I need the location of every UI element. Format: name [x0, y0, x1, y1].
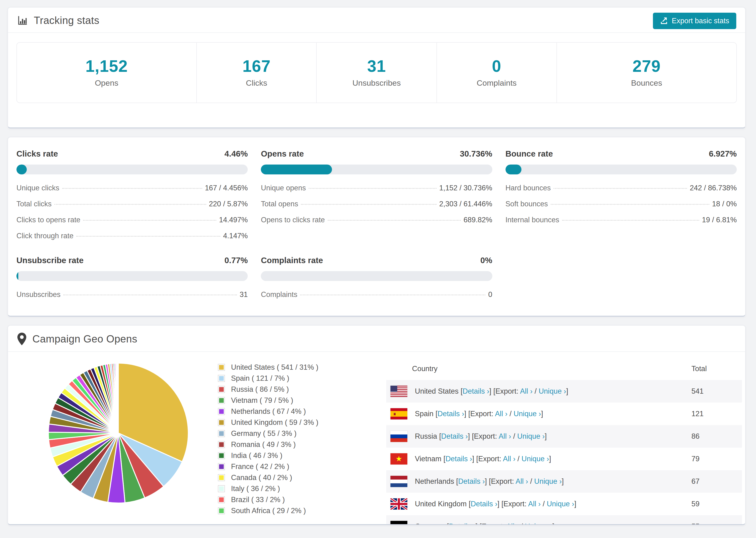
metric-label: Total opens: [261, 200, 298, 208]
geo-body: United States ( 541 / 31% )Spain ( 121 /…: [8, 352, 745, 525]
stat-cell-clicks: 167Clicks: [197, 43, 317, 103]
export-all-link[interactable]: All ›: [499, 432, 511, 440]
legend-item-south-africa: South Africa ( 29 / 2% ): [218, 507, 318, 515]
country-name: United Kingdom: [415, 500, 467, 508]
pie-slice-other-30[interactable]: [118, 363, 118, 433]
legend-label: Italy ( 36 / 2% ): [231, 484, 280, 493]
metric-label: Unsubscribes: [17, 290, 61, 299]
country-total: 55: [691, 515, 742, 525]
link-separator: ]: [541, 409, 543, 418]
dotted-leader: [309, 188, 436, 189]
details-link[interactable]: Details ›: [441, 432, 468, 440]
flag-de-icon: [391, 521, 407, 525]
export-all-link[interactable]: All ›: [495, 409, 507, 418]
stat-cell-unsubscribes: 31Unsubscribes: [317, 43, 437, 103]
geo-pie-wrap: [45, 360, 191, 507]
map-pin-icon: [17, 333, 26, 345]
legend-swatch-icon: [218, 375, 225, 382]
legend-swatch-icon: [218, 463, 225, 470]
legend-swatch-icon: [218, 496, 225, 503]
progress-track: [261, 165, 492, 174]
export-all-link[interactable]: All ›: [515, 477, 528, 485]
link-separator: ] [: [464, 409, 470, 418]
link-separator: Export:: [495, 387, 520, 395]
export-unique-link[interactable]: Unique ›: [521, 455, 549, 463]
link-separator: ] [: [468, 432, 474, 440]
progress-fill: [17, 271, 18, 281]
legend-swatch-icon: [218, 419, 225, 426]
tracking-stats-card: Tracking stats Export basic stats 1,152O…: [8, 7, 746, 129]
export-all-link[interactable]: All ›: [520, 387, 532, 395]
legend-item-spain: Spain ( 121 / 7% ): [218, 374, 318, 383]
export-unique-link[interactable]: Unique ›: [525, 522, 553, 525]
country-total: 79: [691, 448, 742, 470]
rate-value: 30.736%: [460, 149, 492, 158]
link-separator: ] [: [489, 387, 495, 395]
rate-value: 0%: [480, 256, 492, 265]
legend-swatch-icon: [218, 408, 225, 415]
metric-row: Soft bounces18 / 0%: [506, 200, 737, 208]
export-unique-link[interactable]: Unique ›: [517, 432, 545, 440]
progress-track: [17, 165, 248, 174]
metric-row: Opens to clicks rate689.82%: [261, 216, 492, 224]
metric-value: 19 / 6.81%: [702, 216, 737, 224]
legend-label: Romania ( 49 / 3% ): [231, 440, 296, 449]
metric-value: 4.147%: [223, 232, 248, 240]
export-unique-link[interactable]: Unique ›: [513, 409, 541, 418]
metric-value: 0: [488, 290, 492, 299]
rate-block-clicks-rate: Clicks rate4.46%Unique clicks167 / 4.456…: [17, 149, 248, 240]
flag-nl-icon: [391, 476, 407, 487]
legend-swatch-icon: [218, 386, 225, 393]
link-separator: /: [511, 432, 517, 440]
campaign-geo-opens-card: Campaign Geo Opens United States ( 541 /…: [8, 325, 746, 525]
flag-us-icon: [391, 386, 407, 397]
export-basic-stats-button[interactable]: Export basic stats: [653, 13, 736, 29]
country-name: Spain: [415, 409, 433, 418]
export-all-link[interactable]: All ›: [503, 455, 515, 463]
dotted-leader: [554, 188, 687, 189]
geo-table-row-russia: Russia [Details ›] [Export: All › / Uniq…: [386, 425, 742, 448]
details-link[interactable]: Details ›: [462, 387, 489, 395]
export-unique-link[interactable]: Unique ›: [534, 477, 562, 485]
metric-value: 1,152 / 30.736%: [439, 184, 492, 192]
details-link[interactable]: Details ›: [458, 477, 485, 485]
details-link[interactable]: Details ›: [449, 522, 476, 525]
metric-row: Unique clicks167 / 4.456%: [17, 184, 248, 192]
flag-ru-icon: [391, 431, 407, 442]
rate-value: 0.77%: [225, 256, 248, 265]
metric-label: Unique clicks: [17, 184, 59, 192]
legend-item-united-states: United States ( 541 / 31% ): [218, 363, 318, 372]
geo-legend: United States ( 541 / 31% )Spain ( 121 /…: [218, 363, 318, 515]
legend-label: South Africa ( 29 / 2% ): [231, 507, 306, 515]
metric-row: Internal bounces19 / 6.81%: [506, 216, 737, 224]
total-column-header: Total: [691, 358, 742, 380]
details-link[interactable]: Details ›: [438, 409, 464, 418]
legend-item-india: India ( 46 / 3% ): [218, 452, 318, 460]
metric-value: 18 / 0%: [712, 200, 737, 208]
export-unique-link[interactable]: Unique ›: [547, 500, 574, 508]
dotted-leader: [76, 236, 220, 237]
rate-title: Complaints rate: [261, 256, 323, 265]
metric-row: Clicks to opens rate14.497%: [17, 216, 248, 224]
legend-swatch-icon: [218, 452, 225, 459]
link-separator: ]: [553, 522, 555, 525]
metric-label: Hard bounces: [506, 184, 551, 192]
metric-label: Click through rate: [17, 232, 74, 240]
legend-item-france: France ( 42 / 2% ): [218, 462, 318, 471]
country-name: Netherlands: [415, 477, 454, 485]
legend-label: India ( 46 / 3% ): [231, 452, 283, 460]
export-unique-link[interactable]: Unique ›: [539, 387, 566, 395]
legend-label: Vietnam ( 79 / 5% ): [231, 396, 293, 405]
link-separator: ]: [545, 432, 547, 440]
link-separator: ]: [549, 455, 551, 463]
country-total: 121: [691, 403, 742, 425]
stat-label-opens: Opens: [95, 79, 118, 87]
export-all-link[interactable]: All ›: [528, 500, 540, 508]
details-link[interactable]: Details ›: [445, 455, 472, 463]
metric-label: Unique opens: [261, 184, 306, 192]
export-all-link[interactable]: All ›: [506, 522, 519, 525]
details-link[interactable]: Details ›: [471, 500, 498, 508]
geo-table: Country Total United States [Details ›] …: [386, 358, 742, 525]
geo-table-row-united-states: United States [Details ›] [Export: All ›…: [386, 380, 742, 403]
dotted-leader: [62, 188, 202, 189]
